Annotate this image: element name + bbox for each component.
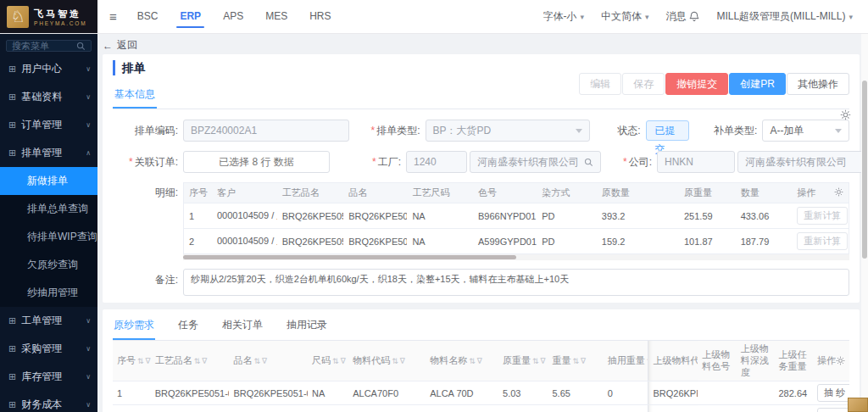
supplement-type-label: 补单类型: [689, 124, 762, 138]
page-vertical-scrollbar [861, 34, 868, 412]
draw-yarn-button[interactable]: 抽 纱 [817, 384, 849, 402]
tab-related-orders[interactable]: 相关订单 [221, 313, 264, 340]
form-settings-gear-icon[interactable] [840, 109, 851, 120]
chevron-down-icon [835, 129, 842, 133]
search-icon[interactable] [76, 42, 86, 51]
sort-icon[interactable]: ⇅ [253, 357, 260, 365]
chevron-down-icon: ∨ [86, 345, 91, 353]
detail-row: 2 0000104509 / 上海... BRQ26KPE5051-011 BR… [184, 229, 849, 254]
submenu-item-yarn-owed-query[interactable]: 欠原纱查询 [0, 251, 97, 279]
filter-icon[interactable]: ∇ [146, 357, 151, 365]
column-settings-gear-icon[interactable] [836, 356, 845, 365]
edit-button[interactable]: 编辑 [579, 73, 621, 95]
tab-yarn-demand[interactable]: 原纱需求 [113, 313, 155, 340]
more-actions-button[interactable]: 其他操作 [787, 73, 849, 95]
sidebar-item-order-mgmt[interactable]: ⊞ 订单管理 ∨ [0, 111, 97, 139]
language-dropdown[interactable]: 中文简体 ▾ [601, 9, 649, 24]
sidebar-item-inventory-mgmt[interactable]: ⊞ 库存管理 ∨ [0, 363, 97, 391]
status-label: 状态: [590, 124, 646, 138]
factory-label: 工厂: [330, 155, 406, 170]
scrollbar-thumb[interactable] [183, 255, 516, 259]
filter-icon[interactable]: ∇ [262, 357, 267, 365]
revoke-submit-button[interactable]: 撤销提交 [665, 73, 728, 95]
submenu-item-schedule-query[interactable]: 排单总单查询 [0, 195, 97, 223]
chevron-down-icon: ∨ [86, 317, 91, 325]
recalculate-button[interactable]: 重新计算 [797, 232, 848, 250]
detail-header-row: 序号 客户 工艺品名 品名 工艺尺码 色号 染方式 原数量 原重量 [184, 183, 849, 203]
factory-code-input[interactable] [406, 151, 467, 173]
sidebar-search [6, 40, 92, 52]
sort-icon[interactable]: ⇅ [332, 357, 339, 365]
sort-icon[interactable]: ⇅ [392, 357, 398, 365]
detail-horizontal-scrollbar [183, 254, 849, 260]
search-icon[interactable] [584, 158, 593, 167]
grid-icon: ⊞ [8, 148, 16, 159]
yarn-row: 2BRQ26KPE5051-010BRQ26KPE5051-010NASCF26… [113, 405, 849, 412]
detail-label: 明细: [113, 182, 183, 200]
supplement-type-select[interactable]: A--加单 [762, 120, 849, 142]
filter-icon[interactable]: ∇ [400, 357, 405, 365]
filter-icon[interactable]: ∇ [202, 357, 207, 365]
grid-icon: ⊞ [8, 120, 16, 131]
horse-logo-icon: ♘ [7, 6, 29, 28]
status-badge: 已提交 [646, 120, 690, 141]
company-code-input[interactable] [657, 151, 735, 173]
detail-row: 1 0000104509 / 上海... BRQ26KPE5051-010 BR… [184, 203, 849, 229]
tab-basic-info[interactable]: 基本信息 [113, 84, 157, 109]
order-code-label: 排单编码: [113, 124, 183, 138]
back-button[interactable]: ← 返回 [103, 34, 153, 53]
order-type-select[interactable]: BP：大货PD [426, 120, 590, 142]
filter-icon[interactable]: ∇ [581, 357, 586, 365]
sort-icon[interactable]: ⇅ [137, 357, 144, 365]
font-size-dropdown[interactable]: 字体-小 ▾ [542, 9, 584, 24]
sidebar-item-finance-cost[interactable]: ⊞ 财务成本 ∨ [0, 391, 97, 412]
order-code-input[interactable] [183, 120, 349, 142]
nav-bsc[interactable]: BSC [136, 0, 160, 34]
nav-erp[interactable]: ERP [178, 0, 203, 34]
sort-icon[interactable]: ⇅ [194, 357, 201, 365]
recalculate-button[interactable]: 重新计算 [797, 207, 848, 225]
save-button[interactable]: 保存 [622, 73, 665, 95]
messages-button[interactable]: 消息 [665, 9, 699, 24]
tab-draw-records[interactable]: 抽用记录 [286, 313, 328, 340]
sidebar-item-schedule-mgmt[interactable]: ⊞ 排单管理 ∧ [0, 139, 97, 167]
user-menu[interactable]: MILL超级管理员(MILL-MILL) ▾ [716, 9, 853, 24]
grid-icon: ⊞ [8, 343, 16, 354]
grid-icon: ⊞ [8, 315, 16, 326]
scrollbar-thumb[interactable] [862, 81, 867, 259]
filter-icon[interactable]: ∇ [541, 357, 546, 365]
action-buttons: 编辑 保存 撤销提交 创建PR 其他操作 [579, 73, 849, 95]
back-arrow-icon: ← [103, 40, 113, 52]
sidebar-item-purchase-mgmt[interactable]: ⊞ 采购管理 ∨ [0, 335, 97, 363]
filter-icon[interactable]: ∇ [477, 357, 482, 365]
sort-icon[interactable]: ⇅ [572, 357, 579, 365]
nav-hrs[interactable]: HRS [308, 0, 332, 34]
nav-mes[interactable]: MES [264, 0, 289, 34]
submenu-item-new-schedule[interactable]: 新做排单 [0, 167, 97, 195]
menu-fold-icon[interactable]: ≡ [109, 9, 117, 24]
sort-icon[interactable]: ⇅ [532, 357, 539, 365]
chevron-down-icon [576, 129, 582, 133]
logo-subtitle: PHEYMA.COM [34, 20, 86, 26]
factory-name-input[interactable] [477, 156, 584, 168]
sidebar-search-input[interactable] [12, 41, 76, 51]
nav-aps[interactable]: APS [221, 0, 245, 34]
sidebar-item-user-center[interactable]: ⊞ 用户中心 ∨ [0, 55, 97, 83]
sort-icon[interactable]: ⇅ [469, 357, 476, 365]
company-name-input[interactable] [737, 151, 868, 173]
chevron-up-icon: ∧ [86, 149, 91, 157]
sidebar-item-workorder-mgmt[interactable]: ⊞ 工单管理 ∨ [0, 307, 97, 335]
submenu-item-yarn-draw-mgmt[interactable]: 纱抽用管理 [0, 279, 97, 307]
column-settings-gear-icon[interactable] [834, 187, 843, 197]
create-pr-button[interactable]: 创建PR [729, 73, 786, 95]
tab-tasks[interactable]: 任务 [177, 313, 199, 340]
submenu-item-wip-query[interactable]: 待排单WIP查询 [0, 223, 97, 251]
bell-icon [689, 11, 699, 22]
filter-icon[interactable]: ∇ [341, 357, 346, 365]
draw-yarn-button[interactable]: 抽 纱 [817, 408, 849, 412]
sidebar-item-base-data[interactable]: ⊞ 基础资料 ∨ [0, 83, 97, 111]
floating-widget[interactable] [848, 398, 868, 412]
remark-textarea[interactable] [183, 269, 849, 296]
chevron-down-icon: ▾ [849, 13, 853, 21]
related-order-input[interactable] [183, 151, 330, 173]
